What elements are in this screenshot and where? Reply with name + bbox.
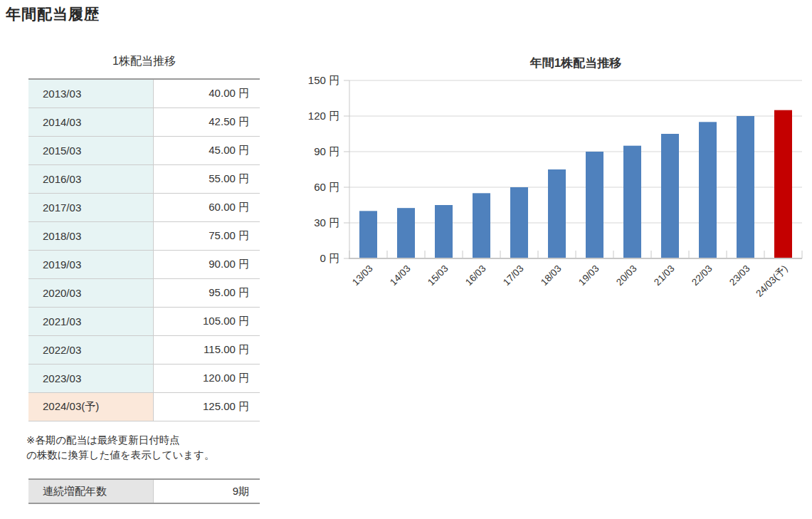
- table-row: 2017/0360.00 円: [28, 193, 260, 221]
- consecutive-increase-value: 9期: [153, 479, 260, 503]
- x-axis-label: 24/03(予): [754, 263, 789, 299]
- dividend-note: ※各期の配当は最終更新日付時点 の株数に換算した値を表示しています。: [26, 433, 272, 463]
- bar-20/03: [623, 146, 641, 258]
- x-axis-label: 15/03: [426, 263, 450, 288]
- period-cell: 2015/03: [28, 136, 153, 164]
- dividend-value-cell: 115.00 円: [153, 335, 260, 364]
- period-cell: 2017/03: [28, 193, 153, 221]
- consecutive-increase-label: 連続増配年数: [28, 479, 153, 503]
- period-cell: 2023/03: [28, 364, 153, 392]
- dividend-value-cell: 40.00 円: [153, 79, 260, 108]
- dividend-bar-chart: 年間1株配当推移0 円30 円60 円90 円120 円150 円13/0314…: [285, 41, 812, 347]
- table-row: 2020/0395.00 円: [28, 278, 260, 307]
- table-row: 2016/0355.00 円: [28, 164, 260, 193]
- bar-22/03: [699, 122, 717, 258]
- table-row: 2018/0375.00 円: [28, 221, 260, 250]
- x-axis-label: 20/03: [614, 263, 639, 288]
- x-axis-label: 21/03: [652, 263, 677, 288]
- y-axis-label: 150 円: [308, 74, 339, 86]
- period-cell: 2022/03: [28, 335, 153, 364]
- table-row: 2021/03105.00 円: [28, 307, 260, 335]
- table-row: 2014/0342.50 円: [28, 108, 260, 136]
- dividend-table: 2013/0340.00 円2014/0342.50 円2015/0345.00…: [28, 78, 260, 421]
- bar-14/03: [397, 208, 415, 258]
- period-cell: 2020/03: [28, 278, 153, 307]
- x-axis-label: 16/03: [463, 263, 488, 288]
- dividend-table-title: 1株配当推移: [28, 54, 260, 69]
- x-axis-label: 19/03: [576, 263, 601, 288]
- y-axis-label: 120 円: [308, 110, 339, 122]
- y-axis-label: 0 円: [320, 252, 339, 264]
- dividend-value-cell: 75.00 円: [153, 221, 260, 250]
- period-cell: 2019/03: [28, 250, 153, 278]
- x-axis-label: 14/03: [388, 263, 413, 288]
- x-axis-label: 13/03: [350, 263, 375, 288]
- bar-23/03: [737, 116, 754, 258]
- table-row: 2023/03120.00 円: [28, 364, 260, 392]
- table-row: 2024/03(予)125.00 円: [28, 392, 260, 421]
- chart-title: 年間1株配当推移: [529, 56, 621, 70]
- x-axis-label: 23/03: [727, 263, 752, 288]
- y-axis-label: 90 円: [314, 145, 339, 157]
- y-axis-label: 60 円: [314, 181, 339, 193]
- period-cell: 2021/03: [28, 307, 153, 335]
- period-cell: 2024/03(予): [28, 392, 153, 421]
- table-row: 2013/0340.00 円: [28, 79, 260, 108]
- period-cell: 2013/03: [28, 79, 153, 108]
- dividend-value-cell: 105.00 円: [153, 307, 260, 335]
- x-axis-label: 17/03: [501, 263, 526, 288]
- dividend-value-cell: 95.00 円: [153, 278, 260, 307]
- table-row: 2022/03115.00 円: [28, 335, 260, 364]
- table-row: 2019/0390.00 円: [28, 250, 260, 278]
- period-cell: 2016/03: [28, 164, 153, 193]
- bar-18/03: [548, 169, 566, 258]
- dividend-value-cell: 42.50 円: [153, 108, 260, 136]
- dividend-value-cell: 125.00 円: [153, 392, 260, 421]
- dividend-value-cell: 60.00 円: [153, 193, 260, 221]
- table-row: 2015/0345.00 円: [28, 136, 260, 164]
- period-cell: 2018/03: [28, 221, 153, 250]
- table-row: 連続増配年数 9期: [28, 479, 260, 503]
- dividend-note-line1: ※各期の配当は最終更新日付時点: [26, 434, 180, 446]
- x-axis-label: 18/03: [539, 263, 564, 288]
- dividend-value-cell: 120.00 円: [153, 364, 260, 392]
- bar-17/03: [510, 187, 528, 258]
- bar-21/03: [661, 134, 679, 258]
- dividend-value-cell: 45.00 円: [153, 136, 260, 164]
- bar-13/03: [359, 211, 377, 258]
- consecutive-increase-table: 連続増配年数 9期: [28, 478, 260, 504]
- page-title: 年間配当履歴: [6, 4, 100, 24]
- bar-24/03(予): [774, 110, 792, 258]
- bar-19/03: [586, 152, 603, 258]
- bar-15/03: [435, 205, 453, 258]
- dividend-value-cell: 90.00 円: [153, 250, 260, 278]
- dividend-note-line2: の株数に換算した値を表示しています。: [26, 449, 214, 461]
- bar-16/03: [473, 193, 490, 258]
- dividend-value-cell: 55.00 円: [153, 164, 260, 193]
- y-axis-label: 30 円: [314, 216, 339, 229]
- x-axis-label: 22/03: [690, 263, 715, 288]
- period-cell: 2014/03: [28, 108, 153, 136]
